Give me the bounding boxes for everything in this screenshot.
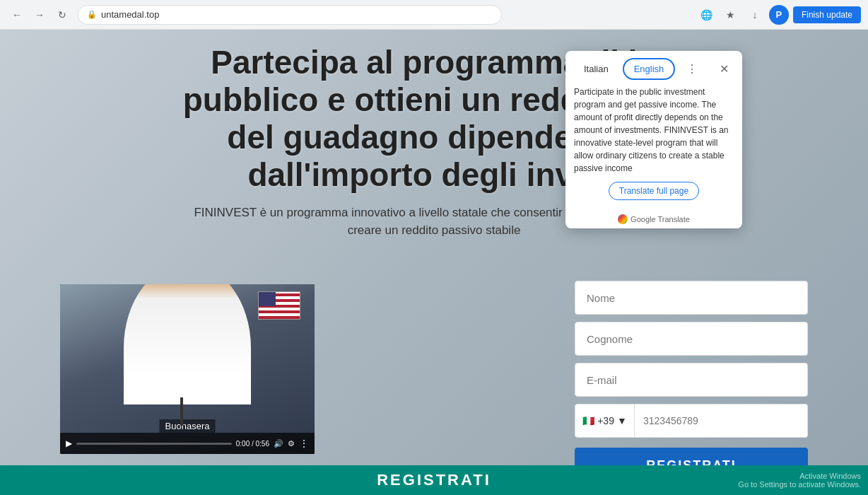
volume-button[interactable]: 🔊	[274, 439, 283, 448]
bottom-register-text[interactable]: REGISTRATI	[377, 471, 491, 489]
progress-bar[interactable]	[76, 443, 232, 445]
bookmark-icon[interactable]: ★	[721, 5, 741, 25]
translate-body: Participate in the public investment pro…	[565, 80, 742, 214]
country-code: +39	[597, 415, 614, 426]
translate-preview-text: Participate in the public investment pro…	[574, 86, 734, 175]
bottom-bar: REGISTRATI Activate Windows Go to Settin…	[0, 465, 868, 495]
translate-full-page-button[interactable]: Translate full page	[609, 182, 699, 200]
us-flag	[258, 291, 300, 320]
google-icon	[618, 214, 628, 224]
phone-country-selector[interactable]: 🇮🇹 +39 ▼	[575, 404, 635, 438]
reload-button[interactable]: ↻	[52, 5, 72, 25]
google-translate-label: Google Translate	[631, 215, 690, 223]
browser-actions: 🌐 ★ ↓ P Finish update	[697, 5, 861, 25]
cognome-input[interactable]	[575, 322, 808, 356]
video-controls: ▶ 0:00 / 0:56 🔊 ⚙ ⋮	[60, 433, 315, 454]
more-options-button[interactable]: ⋮	[299, 438, 309, 449]
phone-input[interactable]	[635, 404, 808, 438]
dropdown-arrow: ▼	[617, 415, 627, 426]
translate-header: Italian English ⋮ ✕	[565, 51, 742, 80]
browser-chrome: ← → ↻ 🔒 untamedal.top 🌐 ★ ↓ P Finish upd…	[0, 0, 868, 30]
profile-button[interactable]: P	[769, 5, 789, 25]
activate-windows-notice: Activate Windows Go to Settings to activ…	[738, 472, 861, 489]
play-button[interactable]: ▶	[66, 438, 72, 448]
address-bar[interactable]: 🔒 untamedal.top	[78, 5, 502, 25]
video-thumbnail: Buonasera	[60, 284, 315, 454]
video-player[interactable]: Buonasera ▶ 0:00 / 0:56 🔊 ⚙ ⋮	[60, 284, 315, 454]
activate-line2: Go to Settings to activate Windows.	[738, 480, 861, 489]
settings-icon[interactable]: ⚙	[288, 439, 295, 448]
finish-update-button[interactable]: Finish update	[793, 6, 861, 23]
email-input[interactable]	[575, 363, 808, 397]
translate-popup: Italian English ⋮ ✕ Participate in the p…	[565, 51, 742, 228]
italy-flag: 🇮🇹	[582, 415, 594, 426]
translate-footer: Google Translate	[565, 214, 742, 228]
translate-icon[interactable]: 🌐	[697, 5, 717, 25]
back-button[interactable]: ←	[7, 5, 27, 25]
phone-row: 🇮🇹 +39 ▼	[575, 404, 808, 438]
video-person-body	[124, 284, 251, 404]
nome-input[interactable]	[575, 281, 808, 315]
url-text: untamedal.top	[101, 9, 159, 20]
time-display: 0:00 / 0:56	[236, 440, 269, 448]
download-icon[interactable]: ↓	[745, 5, 765, 25]
nav-buttons: ← → ↻	[7, 5, 72, 25]
translate-menu-button[interactable]: ⋮	[682, 59, 702, 79]
english-lang-button[interactable]: English	[623, 58, 676, 80]
registration-form: 🇮🇹 +39 ▼ REGISTRATI	[575, 281, 808, 483]
activate-line1: Activate Windows	[738, 472, 861, 480]
flag-blue	[259, 292, 276, 306]
lock-icon: 🔒	[87, 10, 97, 19]
translate-close-button[interactable]: ✕	[714, 59, 734, 79]
italian-lang-button[interactable]: Italian	[574, 59, 618, 78]
page-content: Partecipa al programma di in pubblico e …	[0, 30, 868, 495]
forward-button[interactable]: →	[30, 5, 49, 25]
